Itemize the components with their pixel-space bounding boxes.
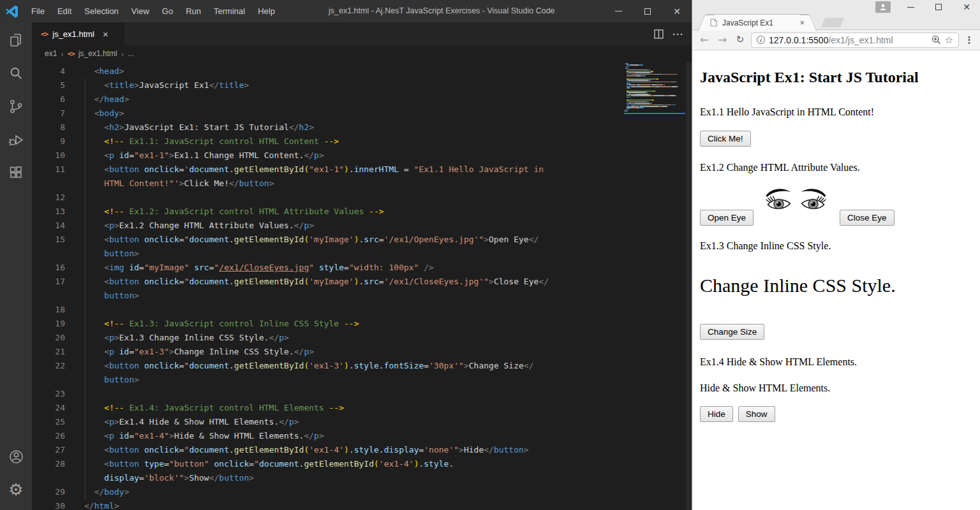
change-size-button[interactable]: Change Size: [700, 324, 764, 340]
bookmark-star-icon[interactable]: ☆: [945, 34, 953, 46]
code-row[interactable]: 21 <p id="ex1-3">Change Inline CSS Style…: [32, 345, 692, 359]
chrome-close-button[interactable]: ✕: [953, 0, 980, 14]
line-number: 29: [32, 485, 65, 499]
browser-tab[interactable]: JavaScript Ex1 ×: [706, 14, 808, 31]
source-control-icon[interactable]: [0, 91, 32, 122]
reload-icon[interactable]: ↻: [733, 34, 747, 45]
tab-close-icon[interactable]: ×: [799, 18, 805, 27]
rendered-page: JavaScript Ex1: Start JS Tutorial Ex1.1 …: [692, 50, 980, 510]
tab-close-icon[interactable]: ×: [103, 29, 108, 40]
code-row[interactable]: 12: [32, 191, 692, 205]
menu-terminal[interactable]: Terminal: [208, 0, 251, 22]
address-bar[interactable]: i 127.0.0.1:5500/ex1/js_ex1.html ☆: [751, 33, 959, 48]
close-eye-button[interactable]: Close Eye: [840, 210, 895, 226]
split-editor-icon[interactable]: [654, 29, 664, 39]
breadcrumb-folder[interactable]: ex1: [45, 49, 57, 58]
code-row[interactable]: 4 <head>: [32, 64, 692, 78]
code-row[interactable]: 17 <button onclick="document.getElementB…: [32, 275, 692, 289]
forward-icon[interactable]: →: [715, 34, 729, 45]
code-row[interactable]: 5 <title>JavaScript Ex1</title>: [32, 78, 692, 92]
browser-tab-title: JavaScript Ex1: [722, 18, 794, 27]
vscode-maximize-button[interactable]: [633, 0, 662, 22]
extensions-icon[interactable]: [0, 157, 32, 188]
code-row[interactable]: 11 <button onclick='document.getElementB…: [32, 163, 692, 177]
vscode-minimize-button[interactable]: [604, 0, 633, 22]
code-row[interactable]: 24 <!-- Ex1.4: JavaScript control HTML E…: [32, 401, 692, 415]
menu-view[interactable]: View: [126, 0, 155, 22]
code-row[interactable]: 13 <!-- Ex1.2: JavaScript control HTML A…: [32, 205, 692, 219]
code-editor[interactable]: 4 <head>5 <title>JavaScript Ex1</title>6…: [32, 62, 692, 510]
code-row[interactable]: display='block'">Show</button>: [32, 471, 692, 485]
page-info-icon[interactable]: i: [757, 36, 765, 44]
code-row[interactable]: 14 <p>Ex1.2 Change HTML Attribute Values…: [32, 219, 692, 233]
code-row[interactable]: 15 <button onclick="document.getElementB…: [32, 233, 692, 247]
url-text[interactable]: 127.0.0.1:5500/ex1/js_ex1.html: [769, 35, 928, 45]
code-row[interactable]: 8 <h2>JavaScript Ex1: Start JS Tutorial<…: [32, 120, 692, 135]
editor-actions: ···: [654, 22, 684, 45]
code-row[interactable]: button>: [32, 247, 692, 261]
accounts-icon[interactable]: [0, 441, 32, 472]
minimap-viewport-rule: [624, 113, 685, 114]
code-row[interactable]: 30</html>: [32, 499, 692, 510]
page-heading: JavaScript Ex1: Start JS Tutorial: [700, 68, 973, 87]
line-number: 12: [32, 191, 65, 205]
code-row[interactable]: button>: [32, 289, 692, 303]
line-number: 8: [32, 120, 65, 135]
new-tab-button[interactable]: [821, 18, 844, 27]
code-row[interactable]: 16 <img id="myImage" src="/ex1/CloseEyes…: [32, 261, 692, 275]
chevron-right-icon: ›: [61, 49, 63, 59]
line-number: 27: [32, 443, 65, 457]
menu-selection[interactable]: Selection: [78, 0, 124, 22]
code-row[interactable]: 28 <button type="button" onclick="docume…: [32, 457, 692, 471]
code-row[interactable]: 26 <p id="ex1-4">Hide & Show HTML Elemen…: [32, 429, 692, 443]
editor-scrollbar[interactable]: [686, 62, 692, 510]
code-row[interactable]: 23: [32, 387, 692, 401]
settings-gear-icon[interactable]: ⚙: [0, 474, 32, 505]
tab-js-ex1-html[interactable]: <> js_ex1.html ×: [32, 22, 124, 45]
code-row[interactable]: 20 <p>Ex1.3 Change Inline CSS Style.</p>: [32, 331, 692, 345]
menu-help[interactable]: Help: [252, 0, 281, 22]
show-button[interactable]: Show: [738, 406, 775, 422]
zoom-icon[interactable]: [932, 35, 941, 45]
minimap[interactable]: [624, 63, 687, 112]
chrome-maximize-button[interactable]: [924, 0, 953, 14]
profile-avatar-button[interactable]: [875, 1, 891, 13]
chrome-menu-icon[interactable]: ⋮: [963, 34, 976, 46]
breadcrumb-symbol[interactable]: ...: [128, 49, 134, 58]
menu-file[interactable]: File: [26, 0, 50, 22]
open-eyes-image: [762, 185, 830, 215]
chrome-tab-strip: JavaScript Ex1 ×: [692, 13, 980, 30]
hide-button[interactable]: Hide: [700, 406, 733, 422]
code-row[interactable]: button>: [32, 373, 692, 387]
code-row[interactable]: 6 </head>: [32, 92, 692, 106]
search-icon[interactable]: [0, 58, 32, 89]
code-row[interactable]: 9 <!-- Ex1.1: JavaScript control HTML Co…: [32, 135, 692, 149]
line-number: 20: [32, 331, 65, 345]
code-row[interactable]: HTML Content!"'>Click Me!</button>: [32, 177, 692, 191]
more-actions-icon[interactable]: ···: [672, 29, 684, 40]
line-number: 10: [32, 149, 65, 163]
code-row[interactable]: 18: [32, 303, 692, 317]
run-debug-icon[interactable]: [0, 124, 32, 155]
click-me-button[interactable]: Click Me!: [700, 131, 751, 147]
code-row[interactable]: 29 </body>: [32, 485, 692, 499]
line-number: [32, 247, 65, 261]
line-number: 14: [32, 219, 65, 233]
back-icon[interactable]: ←: [697, 34, 711, 45]
breadcrumb-file[interactable]: js_ex1.html: [78, 49, 117, 58]
code-row[interactable]: 25 <p>Ex1.4 Hide & Show HTML Elements.</…: [32, 415, 692, 429]
code-row[interactable]: 19 <!-- Ex1.3: JavaScript control Inline…: [32, 317, 692, 331]
explorer-icon[interactable]: [0, 25, 32, 55]
menu-go[interactable]: Go: [156, 0, 179, 22]
code-row[interactable]: 22 <button onclick="document.getElementB…: [32, 359, 692, 373]
code-row[interactable]: 10 <p id="ex1-1">Ex1.1 Change HTML Conte…: [32, 149, 692, 163]
menu-run[interactable]: Run: [180, 0, 207, 22]
chrome-minimize-button[interactable]: [896, 0, 924, 14]
line-number: 11: [32, 163, 65, 177]
code-row[interactable]: 7 <body>: [32, 106, 692, 120]
open-eye-button[interactable]: Open Eye: [700, 210, 754, 226]
line-number: 25: [32, 415, 65, 429]
code-row[interactable]: 27 <button onclick="document.getElementB…: [32, 443, 692, 457]
vscode-close-button[interactable]: ✕: [662, 0, 692, 22]
menu-edit[interactable]: Edit: [52, 0, 77, 22]
